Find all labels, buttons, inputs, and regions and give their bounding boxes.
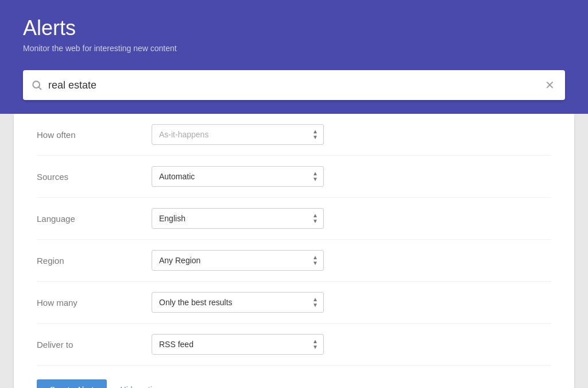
sources-select[interactable]: Automatic News Blogs Web Video Books Dis… [152,166,324,187]
language-select[interactable]: English Any Language [152,208,324,229]
option-row-region: Region Any Region United States United K… [37,240,551,282]
create-alert-button[interactable]: Create Alert [37,379,107,388]
how-many-select-wrap: Only the best results All results ▲ ▼ [152,292,324,313]
region-select-wrap: Any Region United States United Kingdom … [152,250,324,271]
option-row-deliver-to: Deliver to RSS feed Email ▲ ▼ [37,324,551,366]
option-row-sources: Sources Automatic News Blogs Web Video B… [37,156,551,198]
region-select[interactable]: Any Region United States United Kingdom [152,250,324,271]
page-subtitle: Monitor the web for interesting new cont… [23,44,565,53]
language-label: Language [37,214,152,224]
hide-options-label: Hide options [121,385,165,388]
option-row-language: Language English Any Language ▲ ▼ [37,198,551,240]
page-header: Alerts Monitor the web for interesting n… [0,0,588,70]
svg-line-1 [39,87,41,90]
how-many-label: How many [37,298,152,308]
search-bar: ✕ [23,70,565,100]
search-clear-button[interactable]: ✕ [543,76,557,94]
how-often-select-wrap: As-it-happens At most once a day At most… [152,124,324,145]
option-row-how-many: How many Only the best results All resul… [37,282,551,324]
search-bar-wrapper: ✕ [0,70,588,114]
deliver-to-select[interactable]: RSS feed Email [152,334,324,355]
search-input[interactable] [48,79,543,91]
actions-row: Create Alert Hide options [37,366,551,388]
how-often-select[interactable]: As-it-happens At most once a day At most… [152,124,324,145]
deliver-to-label: Deliver to [37,340,152,349]
region-label: Region [37,256,152,266]
sources-label: Sources [37,172,152,182]
deliver-to-select-wrap: RSS feed Email ▲ ▼ [152,334,324,355]
options-panel: How often As-it-happens At most once a d… [14,114,574,388]
option-row-how-often: How often As-it-happens At most once a d… [37,114,551,156]
page-title: Alerts [23,16,565,40]
search-icon [31,79,42,91]
how-often-label: How often [37,130,152,140]
how-many-select[interactable]: Only the best results All results [152,292,324,313]
sources-select-wrap: Automatic News Blogs Web Video Books Dis… [152,166,324,187]
hide-options-button[interactable]: Hide options [121,385,175,388]
language-select-wrap: English Any Language ▲ ▼ [152,208,324,229]
